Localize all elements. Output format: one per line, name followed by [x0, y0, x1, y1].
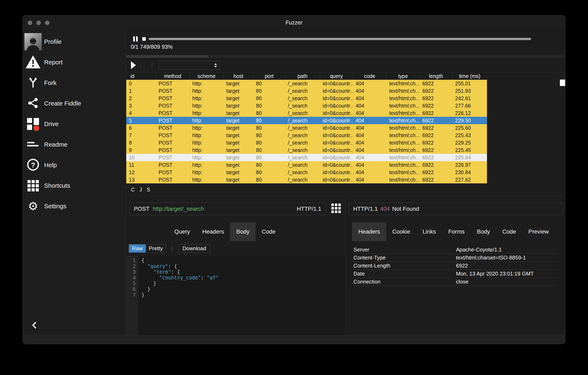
tab-code[interactable]: Code — [256, 222, 282, 241]
request-row-0[interactable]: 0POSThttp:target80/_searchid=0&countr…40… — [126, 80, 487, 87]
sidebar-item-readme[interactable]: Readme — [23, 134, 126, 155]
row-action-s-button[interactable]: S — [147, 187, 150, 193]
download-button[interactable]: Download — [178, 244, 211, 253]
request-row-1[interactable]: 1POSThttp:target80/_searchid=0&countr…40… — [126, 87, 487, 95]
header-name: Connection — [354, 279, 456, 285]
code-content: { "query": { "term": { "country_code": "… — [138, 256, 219, 335]
column-header-scheme[interactable]: scheme — [190, 72, 224, 80]
sidebar-item-profile[interactable]: Profile — [23, 32, 126, 52]
column-header-port[interactable]: port — [253, 72, 285, 80]
sidebar-item-create-fiddle[interactable]: Create Fiddle — [23, 93, 126, 114]
request-row-9[interactable]: 9POSThttp:target80/_searchid=0&countr…40… — [126, 146, 487, 154]
scrollbar-thumb[interactable] — [560, 79, 565, 86]
cell-id: 8 — [126, 139, 156, 146]
cell-scheme: http: — [190, 146, 224, 154]
cell-method: POST — [156, 176, 190, 183]
request-row-2[interactable]: 2POSThttp:target80/_searchid=0&countr…40… — [126, 95, 487, 102]
pretty-button[interactable]: Pretty — [146, 244, 166, 253]
sidebar-item-label: Profile — [44, 38, 62, 45]
cell-method: POST — [156, 109, 190, 117]
request-row-12[interactable]: 12POSThttp:target80/_searchid=0&countr…4… — [126, 169, 487, 176]
sidebar-item-settings[interactable]: ⚙ Settings — [23, 196, 126, 217]
tab-headers[interactable]: Headers — [352, 222, 386, 241]
tab-forms[interactable]: Forms — [442, 222, 471, 241]
row-action-c-button[interactable]: C — [131, 187, 135, 193]
cell-method: POST — [156, 161, 190, 169]
request-row-3[interactable]: 3POSThttp:target80/_searchid=0&countr…40… — [126, 102, 487, 109]
cell-query: id=0&countr… — [320, 109, 353, 117]
cell-timems: 242.61 — [452, 95, 487, 102]
cell-scheme: http: — [190, 87, 224, 95]
grid-icon[interactable] — [331, 204, 341, 213]
tab-headers[interactable]: Headers — [196, 222, 230, 241]
tab-body[interactable]: Body — [471, 222, 496, 241]
request-line[interactable]: POST http://target/_search HTTP/1.1 — [130, 203, 326, 215]
cell-length: 6922 — [420, 80, 452, 87]
line-numbers: 1234567 — [126, 256, 138, 335]
sidebar-item-help[interactable]: ? Help — [23, 155, 126, 175]
pause-button[interactable] — [133, 36, 139, 42]
sidebar-item-shortcuts[interactable]: Shortcuts — [23, 175, 126, 196]
cell-host: target — [224, 154, 253, 161]
sidebar-collapse-button[interactable] — [31, 321, 39, 330]
response-status-code: 404 — [380, 206, 390, 212]
request-body-editor[interactable]: 1234567 { "query": { "term": { "country_… — [126, 256, 345, 335]
cell-path: /_search — [285, 80, 320, 87]
sidebar-item-fork[interactable]: Fork — [23, 73, 126, 93]
status-footer — [23, 335, 565, 344]
tab-body[interactable]: Body — [230, 222, 256, 241]
cell-id: 7 — [126, 132, 156, 139]
play-button[interactable] — [131, 61, 136, 69]
cell-length: 6922 — [420, 124, 452, 132]
request-row-13[interactable]: 13POSThttp:target80/_searchid=0&countr…4… — [126, 176, 487, 183]
column-header-type[interactable]: type — [387, 72, 420, 80]
body-toolbar: Raw Pretty | Download — [129, 244, 210, 253]
cell-timems: 226.12 — [452, 109, 487, 117]
column-header-host[interactable]: host — [224, 72, 253, 80]
app-window: Fuzzer Profile Report Fork Create — [23, 15, 565, 344]
request-row-7[interactable]: 7POSThttp:target80/_searchid=0&countr…40… — [126, 132, 487, 139]
tab-links[interactable]: Links — [416, 222, 442, 241]
column-header-query[interactable]: query — [320, 72, 353, 80]
cell-host: target — [224, 109, 253, 117]
row-action-j-button[interactable]: J — [139, 187, 142, 193]
cell-query: id=0&countr… — [320, 146, 353, 154]
cell-port: 80 — [253, 109, 285, 117]
sidebar-item-report[interactable]: Report — [23, 52, 126, 73]
column-header-length[interactable]: length — [420, 72, 452, 80]
sidebar-item-label: Fork — [44, 79, 56, 86]
column-header-timems[interactable]: time (ms) — [452, 72, 487, 80]
request-row-5[interactable]: 5POSThttp:target80/_searchid=0&countr…40… — [126, 117, 487, 124]
progress-bar — [149, 38, 531, 40]
cell-type: text/html;ch… — [387, 109, 420, 117]
column-header-code[interactable]: code — [353, 72, 387, 80]
request-row-6[interactable]: 6POSThttp:target80/_searchid=0&countr…40… — [126, 124, 487, 132]
cell-host: target — [224, 87, 253, 95]
sidebar-item-label: Shortcuts — [44, 182, 70, 189]
sidebar-item-drive[interactable]: Drive — [23, 114, 126, 134]
raw-button[interactable]: Raw — [129, 244, 146, 253]
column-header-id[interactable]: id — [126, 72, 156, 80]
tab-preview[interactable]: Preview — [522, 222, 555, 241]
request-row-4[interactable]: 4POSThttp:target80/_searchid=0&countr…40… — [126, 109, 487, 117]
cell-scheme: http: — [190, 124, 224, 132]
stop-button[interactable] — [142, 37, 146, 41]
request-row-10[interactable]: 10POSThttp:target80/_searchid=0&countr…4… — [126, 154, 487, 161]
cell-type: text/html;ch… — [387, 146, 420, 154]
request-row-8[interactable]: 8POSThttp:target80/_searchid=0&countr…40… — [126, 139, 487, 146]
tab-code[interactable]: Code — [496, 222, 522, 241]
cell-path: /_search — [285, 139, 320, 146]
cell-host: target — [224, 132, 253, 139]
cell-timems: 277.66 — [452, 102, 487, 109]
tab-query[interactable]: Query — [168, 222, 196, 241]
payload-select[interactable] — [158, 61, 220, 70]
tab-cookie[interactable]: Cookie — [386, 222, 416, 241]
request-row-11[interactable]: 11POSThttp:target80/_searchid=0&countr…4… — [126, 161, 487, 169]
cell-scheme: http: — [190, 169, 224, 176]
cell-code: 404 — [353, 95, 387, 102]
column-header-method[interactable]: method — [156, 72, 190, 80]
column-header-path[interactable]: path — [285, 72, 320, 80]
sidebar-item-label: Report — [44, 59, 63, 66]
cell-port: 80 — [253, 176, 285, 183]
response-header-row: ServerApache-Coyote/1.1 — [354, 246, 557, 254]
